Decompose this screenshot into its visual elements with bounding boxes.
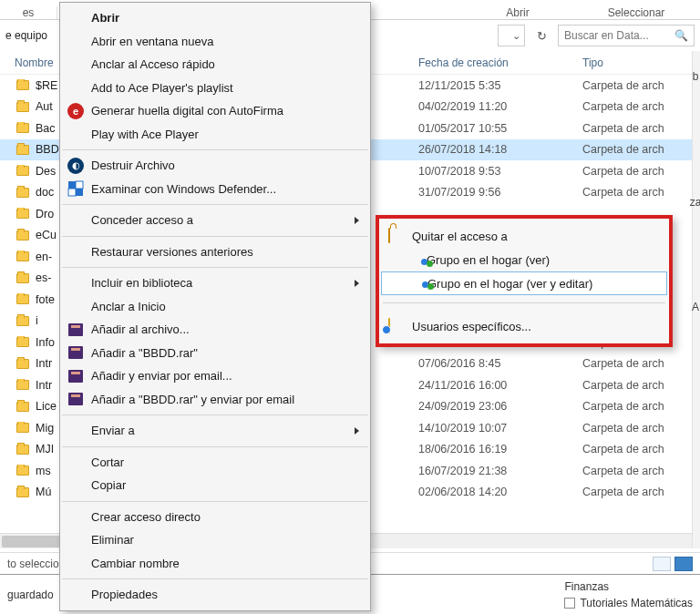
menu-item[interactable]: Examinar con Windows Defender... (60, 178, 370, 201)
ribbon-section-abrir[interactable]: Abrir (463, 6, 572, 19)
checkbox-icon[interactable] (564, 598, 575, 609)
menu-item[interactable]: Incluir en biblioteca (60, 271, 370, 295)
folder-icon (16, 102, 29, 112)
folder-icon (16, 487, 29, 497)
file-name: en- (36, 251, 52, 263)
file-type: Carpeta de arch (579, 186, 700, 199)
file-name: fote (36, 293, 55, 306)
refresh-button[interactable]: ↻ (530, 25, 552, 46)
view-details-button[interactable] (653, 557, 671, 571)
menu-item-label: Añadir a "BBDD.rar" y enviar por email (91, 393, 294, 406)
guardado-label: guardado (7, 588, 54, 601)
folder-icon (16, 337, 29, 347)
menu-item-label: Anclar a Inicio (91, 300, 166, 313)
folder-icon (16, 316, 29, 326)
side-letter-fragments: bzaA (691, 66, 700, 338)
menu-item-label: Restaurar versiones anteriores (91, 245, 253, 259)
folder-icon (16, 294, 29, 304)
menu-item[interactable]: Cambiar nombre (60, 552, 370, 576)
svg-rect-2 (68, 189, 76, 196)
menu-item-label: Destruir Archivo (91, 159, 175, 172)
view-icons-button[interactable] (674, 557, 693, 571)
file-date: 24/09/2019 23:06 (415, 400, 579, 413)
file-date: 10/07/2018 9:53 (415, 165, 579, 178)
context-menu: AbrirAbrir en ventana nuevaAnclar al Acc… (59, 2, 371, 611)
submenu-item[interactable]: Grupo en el hogar (ver) (379, 248, 669, 271)
share-submenu: Quitar el acceso aGrupo en el hogar (ver… (376, 215, 673, 347)
submenu-item-label: Grupo en el hogar (ver y editar) (427, 277, 592, 291)
file-name: MJI (36, 443, 54, 455)
users-icon (388, 319, 403, 333)
ribbon-section-seleccionar[interactable]: Seleccionar (572, 6, 700, 19)
submenu-arrow-icon (355, 217, 359, 224)
menu-item[interactable]: Añadir a "BBDD.rar" (60, 342, 370, 365)
submenu-item-label: Quitar el acceso a (412, 230, 508, 243)
menu-item[interactable]: Abrir en ventana nueva (60, 30, 370, 54)
file-type: Carpeta de arch (579, 443, 700, 455)
menu-item[interactable]: Propiedades (60, 583, 370, 607)
file-date: 04/02/2019 11:20 (415, 100, 579, 113)
menu-item[interactable]: Añadir a "BBDD.rar" y enviar por email (60, 388, 370, 412)
file-name: ms (36, 465, 51, 477)
tutoriales-item[interactable]: Tutoriales Matemáticas (564, 597, 693, 609)
menu-item[interactable]: Play with Ace Player (60, 123, 370, 147)
menu-item[interactable]: ◐Destruir Archivo (60, 154, 370, 178)
file-type: Carpeta de arch (579, 100, 700, 113)
shield-icon (67, 180, 84, 197)
menu-item[interactable]: Añadir al archivo... (60, 318, 370, 342)
winrar-icon (67, 368, 84, 384)
menu-item[interactable]: eGenerar huella digital con AutoFirma (60, 99, 370, 123)
menu-item-label: Anclar al Acceso rápido (91, 57, 215, 71)
menu-item[interactable]: Abrir (60, 6, 370, 30)
search-icon: 🔍 (674, 29, 688, 42)
breadcrumb-fragment[interactable]: e equipo (5, 29, 58, 42)
folder-icon (16, 80, 29, 90)
submenu-arrow-icon (355, 280, 359, 287)
svg-rect-0 (68, 181, 76, 189)
lock-icon (388, 229, 403, 243)
submenu-item[interactable]: Quitar el acceso a (379, 224, 669, 248)
menu-item-label: Eliminar (91, 533, 134, 547)
menu-item[interactable]: Anclar a Inicio (60, 295, 370, 319)
file-type: Carpeta de arch (579, 357, 700, 370)
menu-separator (62, 414, 368, 415)
submenu-item[interactable]: Usuarios específicos... (379, 314, 669, 338)
menu-item[interactable]: Conceder acceso a (60, 209, 370, 232)
submenu-item[interactable]: Grupo en el hogar (ver y editar) (381, 271, 667, 295)
menu-separator (383, 302, 665, 303)
menu-item[interactable]: Enviar a (60, 419, 370, 443)
menu-separator (62, 236, 368, 237)
file-name: Mig (36, 422, 54, 435)
svg-rect-1 (76, 181, 83, 189)
menu-separator (62, 501, 368, 502)
autofirma-icon: e (67, 103, 84, 119)
folder-icon (16, 209, 29, 219)
menu-item[interactable]: Crear acceso directo (60, 506, 370, 529)
finanzas-item[interactable]: Finanzas (564, 580, 693, 593)
column-header-date[interactable]: Fecha de creación (415, 56, 579, 69)
menu-item[interactable]: Cortar (60, 451, 370, 475)
column-header-type[interactable]: Tipo (579, 56, 700, 69)
menu-item[interactable]: Añadir y enviar por email... (60, 364, 370, 388)
menu-item-label: Añadir a "BBDD.rar" (91, 346, 198, 360)
folder-icon (16, 380, 29, 390)
menu-item[interactable]: Eliminar (60, 528, 370, 552)
file-date: 16/07/2019 21:38 (415, 465, 579, 477)
menu-item[interactable]: Anclar al Acceso rápido (60, 53, 370, 77)
folder-icon (16, 466, 29, 476)
menu-item-label: Play with Ace Player (91, 128, 199, 141)
menu-item-label: Enviar a (91, 424, 135, 437)
menu-item[interactable]: Restaurar versiones anteriores (60, 240, 370, 264)
file-name: i (36, 314, 38, 327)
menu-item-label: Copiar (91, 478, 126, 492)
file-type: Carpeta de arch (579, 143, 700, 156)
file-name: $RE (36, 79, 57, 92)
ribbon-section-left: es (0, 6, 57, 19)
search-input[interactable]: Buscar en Data... 🔍 (558, 25, 695, 46)
menu-item[interactable]: Add to Ace Player's playlist (60, 77, 370, 100)
file-name: Aut (36, 100, 53, 113)
menu-item[interactable]: Copiar (60, 474, 370, 497)
menu-item-label: Cambiar nombre (91, 557, 180, 570)
file-name: Intr (36, 357, 52, 370)
address-dropdown[interactable]: ⌄ (498, 25, 525, 46)
